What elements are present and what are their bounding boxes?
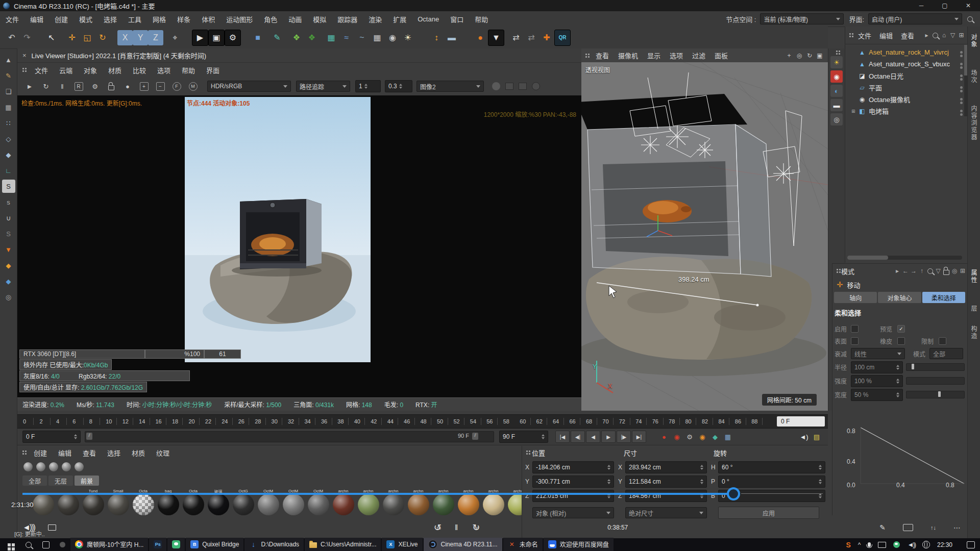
- taskbar-app-button[interactable]: 欢迎使用百度网盘: [544, 538, 614, 551]
- octane-palette-icon[interactable]: ◐: [830, 85, 843, 97]
- attribute-tab[interactable]: 对象轴心: [878, 292, 921, 303]
- clock[interactable]: 22:30: [937, 541, 952, 548]
- minimize-button[interactable]: ─: [910, 2, 933, 9]
- object-row[interactable]: ◉ Octane摄像机: [849, 93, 968, 105]
- rotation-input[interactable]: 0 °: [718, 475, 825, 488]
- object-row[interactable]: ⊞ ◧ 电烤箱: [849, 105, 968, 117]
- end-frame-input[interactable]: 90 F: [499, 431, 548, 443]
- live-viewer-icon[interactable]: −: [152, 80, 168, 93]
- menu-item[interactable]: 创建: [28, 448, 53, 458]
- visibility-dots-icon[interactable]: [960, 110, 963, 112]
- menu-item[interactable]: 对象: [78, 65, 103, 75]
- menu-item[interactable]: 编辑: [875, 31, 897, 40]
- pick-ball-icon[interactable]: [492, 82, 500, 90]
- material-tab[interactable]: 全部: [22, 475, 47, 486]
- visibility-dots-icon[interactable]: [960, 86, 963, 89]
- tab-attributes[interactable]: 属性: [969, 266, 978, 287]
- toolbar-icon[interactable]: ▦: [370, 30, 385, 45]
- palette-icon[interactable]: ◇: [2, 132, 15, 145]
- toolbar-icon[interactable]: ⚙: [225, 30, 241, 46]
- grip-icon[interactable]: [836, 51, 838, 52]
- tab-content-browser[interactable]: 内容浏览器: [969, 102, 978, 144]
- surface-checkbox[interactable]: [851, 337, 859, 345]
- menu-item[interactable]: 体积: [196, 14, 220, 24]
- live-viewer-icon[interactable]: ●: [119, 80, 136, 93]
- colorspace-select[interactable]: HDR/sRGB: [207, 81, 291, 92]
- toolbar-icon[interactable]: ↻: [95, 30, 110, 45]
- taskbar-app-button[interactable]: 未命名: [503, 538, 543, 551]
- menu-item[interactable]: 跟踪器: [332, 14, 363, 24]
- taskbar-app-button[interactable]: Cinema 4D R23.11...: [424, 538, 502, 551]
- stepper-icon[interactable]: [819, 479, 822, 484]
- mode-select[interactable]: 全部: [929, 348, 963, 359]
- toolbar-icon[interactable]: ≈: [339, 30, 354, 45]
- toolbar-icon[interactable]: ●: [473, 30, 488, 45]
- more-icon[interactable]: ⋯: [953, 523, 961, 532]
- menu-item[interactable]: 扩展: [387, 14, 412, 24]
- menu-item[interactable]: 动画: [283, 14, 307, 24]
- transport-button[interactable]: ◀|: [571, 431, 585, 443]
- falloff-select[interactable]: 线性: [851, 348, 905, 359]
- size-input[interactable]: 283.942 cm: [625, 461, 707, 473]
- octane-palette-icon[interactable]: ☀: [830, 56, 843, 68]
- toolbar-icon[interactable]: QR: [554, 30, 571, 46]
- strength-input[interactable]: 100 %: [851, 375, 903, 387]
- menu-item[interactable]: 摄像机: [614, 51, 643, 60]
- grip-icon[interactable]: [22, 450, 24, 452]
- network-display-icon[interactable]: [878, 542, 886, 548]
- toolbar-icon[interactable]: ◉: [385, 30, 400, 45]
- menu-item[interactable]: 网格: [147, 14, 172, 24]
- header-icon[interactable]: ▽: [934, 266, 942, 276]
- toolbar-icon[interactable]: ◱: [80, 30, 95, 45]
- record-button[interactable]: ●: [658, 431, 670, 442]
- header-icon[interactable]: ▸: [922, 30, 931, 40]
- menu-item[interactable]: 创建: [49, 14, 74, 24]
- menu-item[interactable]: 查看: [77, 448, 102, 458]
- object-row[interactable]: ▲ Aset_nature_rock_M_vivrcj: [849, 46, 968, 58]
- skip-forward-button[interactable]: ↻30: [472, 522, 480, 533]
- material-sphere-icon[interactable]: [49, 462, 58, 471]
- toolbar-icon[interactable]: ✛: [64, 30, 80, 45]
- taskbar-app-button[interactable]: [167, 538, 185, 551]
- width-slider[interactable]: [906, 391, 965, 398]
- live-viewer-icon[interactable]: [103, 80, 119, 93]
- record-button[interactable]: ▦: [722, 431, 733, 442]
- header-icon[interactable]: →: [910, 266, 918, 276]
- octane-palette-icon[interactable]: ◉: [830, 70, 843, 83]
- collapse-icon[interactable]: ↑↓: [930, 524, 936, 531]
- live-viewer-icon[interactable]: ⚙: [87, 80, 103, 93]
- material-sphere-icon[interactable]: [36, 462, 45, 471]
- toolbar-icon[interactable]: ▬: [444, 30, 459, 45]
- viewport-scene[interactable]: 透视视图 398.24 cm Y X 网格间距: 50 cm: [581, 62, 828, 411]
- menu-item[interactable]: 帮助: [176, 65, 201, 75]
- toolbar-icon[interactable]: ■: [250, 30, 265, 45]
- menu-item[interactable]: 材质: [103, 65, 127, 75]
- palette-icon[interactable]: S: [2, 227, 15, 240]
- attribute-tab[interactable]: 轴向: [834, 292, 877, 303]
- toolbar-icon[interactable]: ▣: [208, 30, 225, 46]
- horizontal-scrollbar[interactable]: [847, 256, 962, 260]
- stepper-icon[interactable]: [607, 465, 610, 470]
- record-button[interactable]: ◉: [697, 431, 708, 442]
- toolbar-icon[interactable]: ☀: [400, 30, 415, 45]
- viewport-nav-icon[interactable]: ↻: [804, 51, 815, 61]
- material-tab[interactable]: 无层: [48, 475, 73, 486]
- close-button[interactable]: ✕: [957, 2, 980, 9]
- menu-item[interactable]: 样条: [172, 14, 196, 24]
- render-pass-select[interactable]: 图像2: [416, 81, 484, 92]
- transport-button[interactable]: ◀: [586, 431, 600, 443]
- palette-icon[interactable]: ◆: [2, 274, 15, 288]
- grip-icon[interactable]: [585, 54, 587, 55]
- rotation-input[interactable]: 60 °: [718, 461, 825, 473]
- palette-icon[interactable]: ▲: [2, 53, 15, 66]
- menu-item[interactable]: 编辑: [24, 14, 49, 24]
- header-icon[interactable]: ◎: [950, 266, 959, 276]
- toolbar-icon[interactable]: ▶: [192, 30, 208, 46]
- microphone-icon[interactable]: [868, 542, 871, 547]
- pinned-app-button[interactable]: [58, 541, 66, 549]
- menu-item[interactable]: 界面: [201, 65, 225, 75]
- film-icon[interactable]: [505, 83, 513, 90]
- preview-range-slider[interactable]: ⫽ 90 F ⫽: [85, 431, 494, 442]
- end-frame-box[interactable]: 0 F: [777, 416, 825, 427]
- toolbar-icon[interactable]: ✚: [539, 30, 554, 45]
